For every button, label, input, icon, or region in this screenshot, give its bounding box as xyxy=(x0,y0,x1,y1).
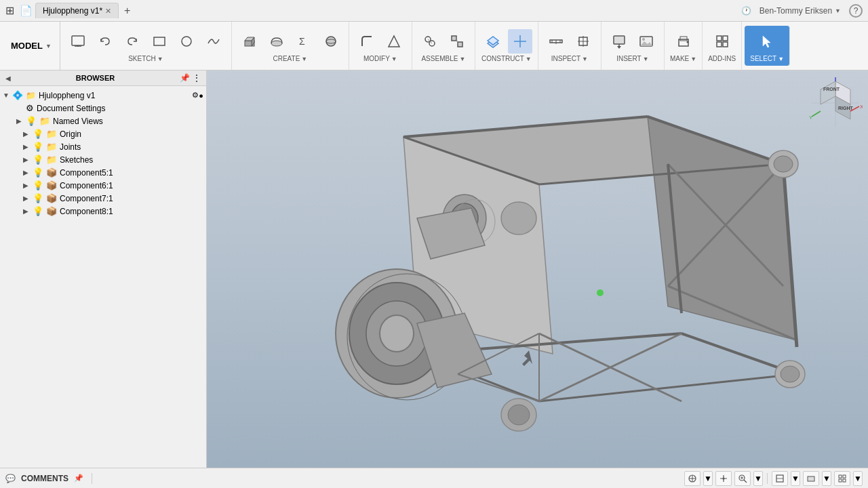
comp6-bulb-icon: 💡 xyxy=(33,180,43,190)
svg-point-38 xyxy=(686,41,688,43)
toolbar-section-sketch: SKETCH ▼ xyxy=(60,22,232,70)
svg-line-102 xyxy=(744,480,747,483)
browser-title: BROWSER xyxy=(76,74,115,82)
comments-icon: 💬 xyxy=(5,474,16,483)
svg-rect-40 xyxy=(723,36,728,41)
sum-tool[interactable]: Σ xyxy=(292,29,316,54)
svg-rect-109 xyxy=(843,475,846,478)
joints-bulb-icon: 💡 xyxy=(33,142,43,152)
joints-arrow: ▶ xyxy=(23,143,33,150)
comp8-label: Component8:1 xyxy=(60,207,203,216)
tree-item-comp5[interactable]: ▶ 💡 📦 Component5:1 xyxy=(0,166,206,179)
add-tab-button[interactable]: + xyxy=(124,5,130,17)
tree-root[interactable]: ▼ 💠 📁 Hjuloppheng v1 ⚙ ● xyxy=(0,89,206,102)
construct-tool-2[interactable] xyxy=(508,29,532,54)
viewport[interactable]: X Y Z FRONT RIGHT xyxy=(207,70,868,468)
svg-marker-83 xyxy=(522,350,532,366)
construct-section-label: CONSTRUCT ▼ xyxy=(481,55,532,62)
svg-text:Σ: Σ xyxy=(299,36,305,47)
comp5-bulb-icon: 💡 xyxy=(33,167,43,178)
measure-tool[interactable] xyxy=(544,29,568,54)
tree-item-comp7[interactable]: ▶ 💡 📦 Component7:1 xyxy=(0,192,206,205)
display-mode-dropdown[interactable]: ▼ xyxy=(791,471,800,486)
svg-text:Y: Y xyxy=(809,115,813,121)
named-views-folder-icon: 📁 xyxy=(39,116,50,126)
joint-tool[interactable] xyxy=(418,29,442,54)
tab-close-button[interactable]: ✕ xyxy=(105,7,111,16)
addins-tool[interactable] xyxy=(710,29,734,54)
svg-rect-111 xyxy=(843,479,846,482)
doc-settings-icon: ⚙ xyxy=(26,103,34,113)
svg-marker-31 xyxy=(617,46,621,49)
svg-point-65 xyxy=(380,315,414,352)
toolbar-section-addins: ADD-INS xyxy=(703,22,742,70)
comments-pin-icon[interactable]: 📌 xyxy=(74,474,83,483)
origin-bulb-icon: 💡 xyxy=(33,129,43,139)
spline-tool[interactable] xyxy=(201,29,226,54)
vp-divider-1 xyxy=(767,473,768,484)
zoom-dropdown[interactable]: ▼ xyxy=(753,471,763,486)
svg-point-73 xyxy=(781,366,800,382)
insert-tool-1[interactable] xyxy=(607,29,631,54)
revolve-tool[interactable] xyxy=(264,29,289,54)
help-icon[interactable]: ? xyxy=(849,4,863,18)
create-section-label: CREATE ▼ xyxy=(273,55,308,62)
toolbar-section-construct: CONSTRUCT ▼ xyxy=(475,22,538,70)
tree-item-sketches[interactable]: ▶ 💡 📁 Sketches xyxy=(0,153,206,166)
display-mode-btn[interactable] xyxy=(772,471,788,486)
circle-tool[interactable] xyxy=(174,29,199,54)
file-icon: 📄 xyxy=(20,5,33,17)
pan-control[interactable] xyxy=(715,471,732,486)
zoom-control[interactable] xyxy=(734,471,751,486)
visual-style-btn[interactable] xyxy=(803,471,819,486)
extrude-tool[interactable] xyxy=(237,29,262,54)
redo-tool[interactable] xyxy=(120,29,144,54)
comp7-arrow: ▶ xyxy=(23,195,33,202)
user-menu[interactable]: Ben-Tommy Eriksen ▼ xyxy=(760,6,841,16)
sketch-tool-1[interactable] xyxy=(66,29,90,54)
select-tool[interactable] xyxy=(755,29,779,54)
orbit-dropdown[interactable]: ▼ xyxy=(703,471,713,486)
print-tool[interactable] xyxy=(671,29,696,54)
app-grid-icon[interactable]: ⊞ xyxy=(5,4,14,17)
fillet-tool[interactable] xyxy=(355,29,379,54)
sketches-bulb-icon: 💡 xyxy=(33,155,43,165)
tree-item-named-views[interactable]: ▶ 💡 📁 Named Views xyxy=(0,115,206,127)
tree-item-comp8[interactable]: ▶ 💡 📦 Component8:1 xyxy=(0,205,206,218)
origin-label: Origin xyxy=(60,129,203,139)
sketches-arrow: ▶ xyxy=(23,156,33,163)
main-layout: ◀ BROWSER 📌 ⋮ ▼ 💠 📁 Hjuloppheng v1 ⚙ ● ⚙ xyxy=(0,70,868,468)
grid-btn[interactable] xyxy=(834,471,850,486)
orbit-control[interactable] xyxy=(684,471,701,486)
comp8-bulb-icon: 💡 xyxy=(33,206,43,216)
assemble-tool-2[interactable] xyxy=(445,29,469,54)
insert-section-label: INSERT ▼ xyxy=(616,55,648,62)
doc-settings-label: Document Settings xyxy=(37,104,203,113)
create-tools: Σ xyxy=(237,29,343,54)
tree-item-comp6[interactable]: ▶ 💡 📦 Component6:1 xyxy=(0,179,206,192)
tree-item-origin[interactable]: ▶ 💡 📁 Origin xyxy=(0,127,206,140)
sphere-tool[interactable] xyxy=(319,29,343,54)
undo-tool[interactable] xyxy=(93,29,117,54)
model-mode-label: MODEL xyxy=(11,41,43,51)
visual-style-dropdown[interactable]: ▼ xyxy=(822,471,831,486)
toolbar-section-modify: MODIFY ▼ xyxy=(349,22,412,70)
grid-dropdown[interactable]: ▼ xyxy=(853,471,863,486)
plane-tool[interactable] xyxy=(481,29,505,54)
shell-tool[interactable] xyxy=(382,29,406,54)
root-label: Hjuloppheng v1 xyxy=(39,91,189,100)
view-cube-navigator[interactable]: X Y Z FRONT RIGHT xyxy=(808,76,863,130)
browser-pin-icon[interactable]: 📌 xyxy=(180,73,190,83)
tree-item-joints[interactable]: ▶ 💡 📁 Joints xyxy=(0,140,206,153)
assemble-tools xyxy=(418,29,469,54)
browser-more-icon[interactable]: ⋮ xyxy=(193,73,201,83)
rectangle-tool[interactable] xyxy=(147,29,172,54)
svg-point-8 xyxy=(271,41,282,46)
insert-tool-2[interactable] xyxy=(634,29,658,54)
tree-item-doc-settings[interactable]: ⚙ Document Settings xyxy=(0,102,206,115)
browser-collapse-icon[interactable]: ◀ xyxy=(5,75,11,82)
user-name: Ben-Tommy Eriksen xyxy=(760,6,832,16)
inspect-tool-2[interactable] xyxy=(571,29,595,54)
model-mode-selector[interactable]: MODEL ▼ xyxy=(3,22,60,70)
main-tab[interactable]: Hjuloppheng v1* ✕ xyxy=(35,3,119,18)
